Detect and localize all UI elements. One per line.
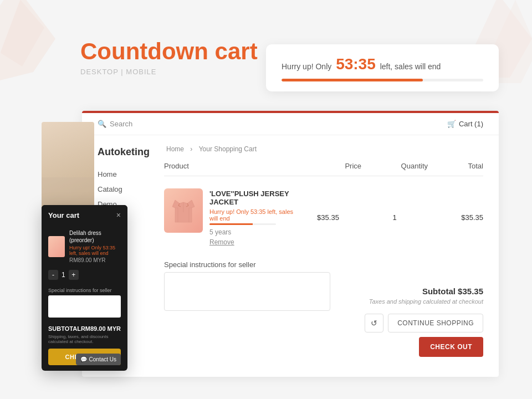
product-remove[interactable]: Remove	[209, 238, 295, 246]
product-info: 'LOVE''PLUSH JERSEY JACKET Hurry up! Onl…	[209, 188, 295, 246]
col-product: Product	[164, 162, 295, 170]
breadcrumb-separator: ›	[190, 145, 192, 153]
instructions-textarea[interactable]	[164, 272, 330, 311]
mobile-subtotal-value: RM89.00 MYR	[81, 325, 121, 332]
continue-shopping-button[interactable]: CONTINUE SHOPPING	[388, 314, 483, 332]
cart-label: Cart (1)	[459, 120, 483, 128]
mobile-item-name: Delilah dress (preorder)	[69, 229, 121, 244]
countdown-progress-bar	[282, 79, 483, 81]
product-image	[164, 188, 203, 233]
qty-decrease-button[interactable]: -	[48, 270, 58, 280]
subtotal: Subtotal $35.35	[365, 287, 483, 296]
desktop-label: DESKTOP	[80, 68, 119, 76]
subtotal-value: $35.35	[458, 287, 483, 296]
subtitle: DESKTOP | MOBILE	[80, 68, 258, 76]
subtotal-label: Subtotal	[422, 287, 456, 296]
countdown-banner: Hurry up! Only 53:35 left, sales will en…	[266, 44, 499, 91]
search-text[interactable]: Search	[110, 120, 132, 128]
mobile-subtotal-label: SUBTOTAL	[48, 325, 81, 332]
jacket-svg	[170, 196, 197, 226]
mobile-label: MOBILE	[126, 68, 156, 76]
countdown-prefix: Hurry up! Only	[282, 62, 331, 71]
countdown-timer: 53:35	[336, 55, 376, 73]
sidebar-item-catalog[interactable]: Catalog	[98, 185, 149, 193]
col-total: Total	[428, 162, 483, 170]
mobile-special-label: Special instructions for seller	[48, 288, 121, 293]
store-body: Autoketing Home Catalog Demo Home › Your…	[82, 135, 499, 368]
mobile-item-price: RM89.00 MYR	[69, 257, 121, 263]
mobile-item: Delilah dress (preorder) Hurry up! Only …	[42, 225, 127, 268]
mobile-special-instructions: Special instructions for seller	[42, 284, 127, 320]
mobile-subtotal-row: SUBTOTAL RM89.00 MYR	[42, 320, 127, 334]
mobile-cart: Your cart × Delilah dress (preorder) Hur…	[42, 205, 127, 371]
store-window: 🔍 Search 🛒 Cart (1) Autoketing Home Cata…	[82, 111, 499, 377]
qty-increase-button[interactable]: +	[69, 270, 79, 280]
cart-footer: Subtotal $35.35 Taxes and shipping calcu…	[365, 287, 483, 357]
product-variant: 5 years	[209, 228, 295, 236]
mobile-item-info: Delilah dress (preorder) Hurry up! Only …	[69, 229, 121, 263]
total-cell: $35.35	[428, 213, 483, 222]
price-cell: $35.35	[295, 213, 361, 222]
header-section: Countdown cart DESKTOP | MOBILE	[80, 39, 258, 76]
qty-number: 1	[62, 271, 65, 279]
background-image	[42, 122, 94, 211]
sidebar-item-home[interactable]: Home	[98, 170, 149, 178]
product-countdown: Hurry up! Only 53:35 left, sales will en…	[209, 208, 295, 222]
contact-btn-label: Contact Us	[89, 356, 116, 362]
search-area[interactable]: 🔍 Search	[98, 120, 132, 128]
mobile-qty-row: - 1 +	[42, 268, 127, 284]
checkout-button[interactable]: CHECK OUT	[419, 337, 483, 357]
mobile-cart-title: Your cart	[48, 211, 79, 219]
store-main: Home › Your Shopping Cart Product Price …	[149, 135, 499, 368]
mobile-contact-button[interactable]: 💬 Contact Us	[76, 354, 121, 365]
page-title: Countdown cart	[80, 39, 258, 64]
product-countdown-bar	[209, 223, 276, 225]
countdown-progress-fill	[282, 79, 423, 81]
store-header: 🔍 Search 🛒 Cart (1)	[82, 113, 499, 135]
cart-icon: 🛒	[447, 120, 456, 128]
breadcrumb-home[interactable]: Home	[166, 145, 184, 153]
mobile-cart-header: Your cart ×	[42, 205, 127, 225]
mobile-tax-note: Shipping, taxes, and discounts calculate…	[42, 334, 127, 349]
countdown-suffix: left, sales will end	[380, 62, 441, 71]
cart-link[interactable]: 🛒 Cart (1)	[447, 120, 483, 128]
mobile-item-countdown: Hurry up! Only 53:35 left, sales will en…	[69, 245, 121, 256]
chat-icon: 💬	[80, 356, 87, 362]
col-quantity: Quantity	[361, 162, 428, 170]
mobile-close-button[interactable]: ×	[116, 211, 121, 219]
tax-note: Taxes and shipping calculated at checkou…	[365, 298, 483, 305]
cart-table-header: Product Price Quantity Total	[164, 162, 483, 176]
product-cell: 'LOVE''PLUSH JERSEY JACKET Hurry up! Onl…	[164, 188, 295, 246]
cart-item: 'LOVE''PLUSH JERSEY JACKET Hurry up! Onl…	[164, 183, 483, 252]
product-name: 'LOVE''PLUSH JERSEY JACKET	[209, 190, 295, 206]
special-instructions-label: Special instructions for seller	[164, 260, 483, 269]
mobile-item-image	[48, 236, 65, 257]
quantity-cell: 1	[361, 213, 428, 222]
store-brand: Autoketing	[98, 146, 149, 158]
search-icon: 🔍	[98, 120, 106, 128]
mobile-special-input[interactable]	[48, 295, 121, 318]
refresh-button[interactable]: ↺	[365, 314, 383, 332]
bg-decoration-left	[0, 0, 89, 94]
product-countdown-bar-fill	[209, 223, 253, 225]
col-price: Price	[295, 162, 361, 170]
countdown-text: Hurry up! Only 53:35 left, sales will en…	[282, 55, 483, 73]
separator: |	[121, 68, 123, 76]
cart-buttons: ↺ CONTINUE SHOPPING	[365, 314, 483, 332]
breadcrumb-current: Your Shopping Cart	[199, 145, 257, 153]
breadcrumb: Home › Your Shopping Cart	[164, 145, 483, 153]
